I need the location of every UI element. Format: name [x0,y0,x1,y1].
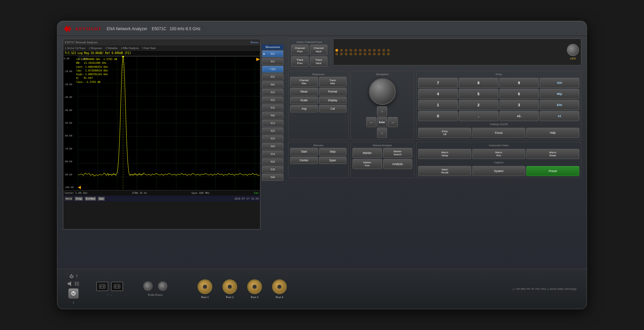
led-dot [382,49,385,52]
led-dot [350,49,352,52]
menu-instr-state[interactable]: 5 Instr State [142,46,156,50]
menu-response[interactable]: 2 Response [89,46,102,50]
marker-search-button[interactable]: Marker Search [383,148,413,158]
right-arrow-button[interactable]: → [388,117,398,127]
softkey-s21[interactable]: • S21 [262,66,283,73]
marker-info: >1 1.0780000 GHz -1.5793 dB BW: 13.18161… [76,57,117,84]
key-5[interactable]: 5 [459,89,498,99]
avg-button[interactable]: Avg [290,105,318,112]
rf-port-3-connector[interactable] [247,279,262,294]
marker-button[interactable]: Marker [353,148,382,158]
led-dot [378,49,380,52]
display-button[interactable]: Display [319,97,347,104]
center-button[interactable]: Center [290,157,318,164]
start-button[interactable]: Start [290,148,318,155]
led-dot [340,49,343,52]
help-button[interactable]: Help [526,128,579,138]
trace-next-button[interactable]: Trace Next [310,56,327,67]
macro-run-button[interactable]: Macro Run [472,149,525,159]
softkey-s34[interactable]: S34 [262,166,283,173]
channel-prev-button[interactable]: Channel Prev [291,45,309,55]
key-9[interactable]: 9 [499,78,539,88]
svg-rect-31 [75,282,76,286]
softkey-s12[interactable]: S12 [262,89,283,96]
trace-prev-button[interactable]: Trace Prev [291,56,309,67]
softkey-s13[interactable]: S13 [262,120,283,127]
softkey-s24[interactable]: S24 [262,158,283,165]
power-section: ⏻ I ⏚ [67,274,79,304]
format-button[interactable]: Format [319,88,347,95]
enter-button[interactable]: Enter [377,117,387,127]
key-km[interactable]: k/m [540,100,579,110]
focus-button[interactable]: Focus [472,128,525,138]
menu-mkr-analysis[interactable]: 4 Mkr/Analysis [121,46,139,50]
key-6[interactable]: 6 [499,89,539,99]
keysight-chevron-icon [64,25,73,32]
stop-button[interactable]: Stop [319,148,347,155]
macro-break-button[interactable]: Macro Break [526,149,579,159]
softkey-s43[interactable]: S43 [262,143,283,150]
power-icons: ⏻ I [69,274,77,279]
key-plusminus[interactable]: +/- [499,111,539,121]
key-4[interactable]: 4 [418,89,458,99]
system-button[interactable]: System [472,166,525,176]
span-button[interactable]: Span [319,157,347,164]
probe-connector-1[interactable] [143,281,153,291]
rf-port-1-connector[interactable] [198,279,212,294]
key-x1[interactable]: x1 [540,111,579,121]
key-mu[interactable]: M/μ [540,89,579,99]
save-recall-button[interactable]: Save/ Recall [418,166,471,176]
trace-info-bar: Tr1 S21 Log Mag 10.00dB/ Ref 0.000dB [F2… [63,51,260,56]
navigation-knob[interactable] [369,78,396,105]
softkey-s14[interactable]: S14 [262,151,283,158]
key-gn[interactable]: G/n [540,78,579,88]
rf-port-4-connector[interactable] [272,279,287,294]
analysis-button[interactable]: Analysis [383,159,413,169]
channel-max-button[interactable]: Channel Max [290,77,318,87]
up-arrow-button[interactable]: ↑ [377,106,387,116]
softkey-s31[interactable]: S31 [262,73,283,80]
key-2[interactable]: 2 [459,100,498,110]
left-arrow-button[interactable]: ← [366,117,376,127]
softkey-s44[interactable]: S44 [262,174,283,181]
led-dot [345,53,347,55]
led-dot [354,49,357,52]
power-button[interactable] [68,288,78,298]
down-arrow-button[interactable]: ↓ [377,128,387,138]
rf-port-3-label: Port 3 [251,295,258,299]
response-label: Response [290,73,346,76]
meas-button[interactable]: Meas [290,88,318,95]
key-3[interactable]: 3 [499,100,539,110]
softkey-s21-active[interactable]: S21 [262,50,283,57]
menu-active-ch[interactable]: 1 Active Ch/Trace [65,46,86,50]
key-1[interactable]: 1 [418,100,458,110]
key-8[interactable]: 8 [459,78,498,88]
scale-button[interactable]: Scale [290,97,318,104]
trace-max-button[interactable]: Trace Max [319,77,347,87]
key-dot[interactable]: . [459,111,498,121]
probe-power-section: Probe Power [143,281,167,296]
key-7[interactable]: 7 [418,78,458,88]
softkey-s23[interactable]: S23 [262,127,283,134]
softkey-s42[interactable]: S42 [262,112,283,119]
probe-connector-2[interactable] [158,281,167,291]
softkey-s41[interactable]: S41 [262,81,283,88]
rf-port-2-connector[interactable] [222,279,237,294]
softkey-s11[interactable]: S11 [262,58,283,65]
softkey-s22[interactable]: S22 [262,97,283,104]
softkey-s33[interactable]: S33 [262,135,283,142]
usb-port-1[interactable] [96,282,108,291]
entry-off-button[interactable]: Entry Off [418,128,471,138]
softkey-s32[interactable]: S32 [262,104,283,111]
preset-button[interactable]: Preset [526,166,579,176]
marker-fctn-button[interactable]: Marker Fctn [353,159,382,169]
lock-knob[interactable] [567,44,579,56]
channel-next-button[interactable]: Channel Next [310,45,327,55]
usb-port-2[interactable] [111,282,123,291]
key-0[interactable]: 0 [418,111,458,121]
led-dot [359,53,362,55]
macro-setup-button[interactable]: Macro Setup [418,149,471,159]
menu-stimulus[interactable]: 3 Stimulus [105,46,118,50]
cal-button[interactable]: Cal [319,105,347,112]
led-dot [354,53,357,55]
